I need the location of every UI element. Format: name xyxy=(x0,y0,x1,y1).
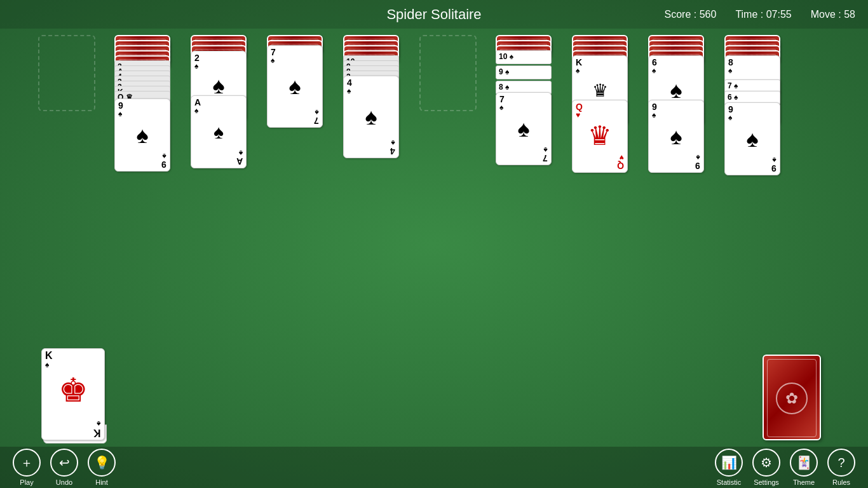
col-1[interactable] xyxy=(38,35,108,111)
statistic-icon[interactable]: 📊 xyxy=(715,449,743,477)
time-display: Time : 07:55 xyxy=(735,9,791,20)
card-9-spades-col2[interactable]: 9♠ ♠ 9♠ xyxy=(114,98,170,172)
undo-button[interactable]: ↩ Undo xyxy=(50,449,78,486)
col-6[interactable] xyxy=(419,35,489,111)
empty-slot-1 xyxy=(38,35,95,111)
card-q-hearts-col8[interactable]: Q♥ ♛ Q♥ xyxy=(572,100,628,173)
card-9-spades-col10[interactable]: 9♠ ♠ 9♠ xyxy=(724,102,780,175)
card-a-spades-col3[interactable]: A♠ ♠ A♠ xyxy=(191,95,247,168)
theme-icon[interactable]: 🃏 xyxy=(790,449,818,477)
card-7-spades-col4[interactable]: 7♠ ♠ 7♠ xyxy=(267,45,323,128)
empty-slot-2 xyxy=(419,35,477,111)
rules-icon[interactable]: ? xyxy=(827,449,855,477)
left-toolbar: ＋ Play ↩ Undo 💡 Hint xyxy=(13,449,116,486)
card-7-spades-col7[interactable]: 7♠ ♠ 7♠ xyxy=(496,92,552,165)
floating-king-card[interactable]: K♠ ♚ K♠ xyxy=(41,348,105,440)
statistic-button[interactable]: 📊 Statistic xyxy=(715,449,743,486)
settings-button[interactable]: ⚙ Settings xyxy=(752,449,780,486)
score-display: Score : 560 xyxy=(665,9,717,20)
header: Spider Solitaire Score : 560 Time : 07:5… xyxy=(0,0,868,29)
card-face-9b[interactable]: 9 ♠ xyxy=(496,65,552,79)
play-icon[interactable]: ＋ xyxy=(13,449,41,477)
hint-button[interactable]: 💡 Hint xyxy=(88,449,116,486)
hint-icon[interactable]: 💡 xyxy=(88,449,116,477)
game-title: Spider Solitaire xyxy=(386,6,481,23)
theme-button[interactable]: 🃏 Theme xyxy=(790,449,818,486)
right-toolbar: 📊 Statistic ⚙ Settings 🃏 Theme ? Rules xyxy=(715,449,855,486)
game-table: 2 A 4 3 2 K Q ♛ 9♠ ♠ 9♠ 2♠ ♠ 2♠ A♠ ♠ A♠ xyxy=(0,29,868,447)
settings-icon[interactable]: ⚙ xyxy=(752,449,780,477)
undo-icon[interactable]: ↩ xyxy=(50,449,78,477)
move-display: Move : 58 xyxy=(811,9,855,20)
stats-bar: Score : 560 Time : 07:55 Move : 58 xyxy=(665,9,855,20)
card-4-spades-col5[interactable]: 4♠ ♠ 4♠ xyxy=(343,76,399,158)
card-face-10b[interactable]: 10 ♠ xyxy=(496,50,552,64)
card-9-spades-col9[interactable]: 9♠ ♠ 9♠ xyxy=(648,100,704,173)
play-button[interactable]: ＋ Play xyxy=(13,449,41,486)
toolbar: ＋ Play ↩ Undo 💡 Hint 📊 Statistic ⚙ Setti… xyxy=(0,447,868,488)
deck-pile[interactable]: ✿ xyxy=(763,351,824,440)
rules-button[interactable]: ? Rules xyxy=(827,449,855,486)
